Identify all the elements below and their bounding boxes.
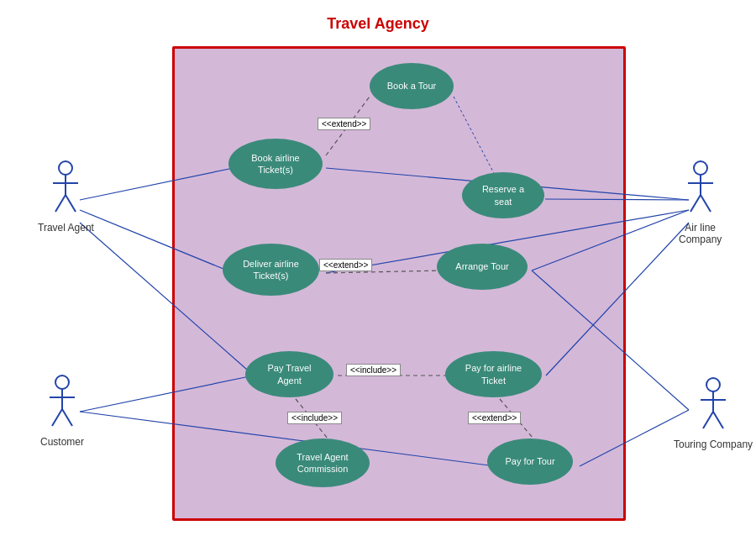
actor-travel-agent-label: Travel Agent [38, 222, 94, 234]
use-case-deliver-airline: Deliver airlineTicket(s) [223, 244, 319, 296]
svg-line-27 [62, 409, 72, 426]
use-case-book-airline: Book airlineTicket(s) [228, 139, 323, 189]
use-case-arrange-tour: Arrange Tour [437, 244, 528, 290]
include-label-1: <<include>> [346, 364, 401, 376]
actor-touring-company: Touring Company [674, 376, 753, 450]
svg-point-33 [706, 378, 720, 391]
actor-airline-label: Air lineCompany [679, 222, 722, 245]
extend-label-3: <<extend>> [468, 412, 521, 424]
use-case-book-tour: Book a Tour [370, 63, 454, 109]
svg-line-26 [52, 409, 62, 426]
svg-point-18 [59, 161, 72, 175]
use-case-pay-for-tour: Pay for Tour [487, 439, 573, 485]
diagram-title: Travel Agency [327, 15, 428, 33]
svg-line-37 [713, 412, 723, 428]
svg-line-31 [690, 195, 701, 212]
svg-line-21 [55, 195, 66, 212]
extend-label-2: <<extend>> [319, 259, 372, 271]
use-case-pay-travel-agent: Pay TravelAgent [245, 351, 333, 397]
svg-line-32 [701, 195, 711, 212]
svg-point-28 [694, 161, 707, 175]
use-case-pay-airline-ticket: Pay for airlineTicket [445, 351, 542, 397]
actor-airline-company: Air lineCompany [679, 160, 722, 245]
actor-travel-agent: Travel Agent [38, 160, 94, 234]
actor-travel-agent-figure [49, 160, 82, 218]
actor-airline-figure [684, 160, 717, 218]
use-case-travel-agent-commission: Travel AgentCommission [276, 439, 370, 487]
actor-touring-figure [696, 376, 730, 435]
svg-line-22 [66, 195, 76, 212]
use-case-reserve-seat: Reserve aseat [462, 172, 544, 218]
actor-customer-label: Customer [40, 436, 84, 448]
include-label-2: <<include>> [287, 412, 342, 424]
extend-label-1: <<extend>> [318, 118, 370, 130]
actor-customer: Customer [40, 374, 84, 448]
svg-point-23 [55, 376, 69, 389]
diagram-container: Travel Agency [0, 0, 756, 541]
actor-touring-label: Touring Company [674, 439, 753, 450]
actor-customer-figure [45, 374, 79, 433]
svg-line-36 [703, 412, 713, 428]
